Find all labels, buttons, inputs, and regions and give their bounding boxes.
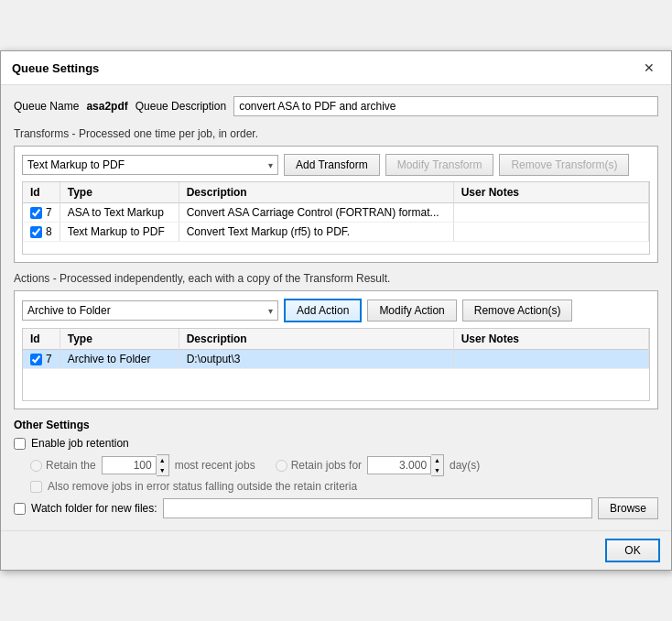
title-bar: Queue Settings ✕ xyxy=(1,51,671,85)
retention-options-row: Retain the ▲ ▼ most recent jobs Retain j… xyxy=(14,454,658,476)
transforms-col-notes: User Notes xyxy=(453,182,648,203)
dialog-footer: OK xyxy=(1,530,671,570)
transforms-section-label: Transforms - Processed one time per job,… xyxy=(14,127,658,140)
remove-action-button[interactable]: Remove Action(s) xyxy=(462,300,573,321)
add-action-button[interactable]: Add Action xyxy=(284,299,362,322)
transforms-dropdown-wrapper[interactable]: Text Markup to PDF xyxy=(22,155,278,175)
actions-type-cell: Archive to Folder xyxy=(60,350,179,369)
browse-button[interactable]: Browse xyxy=(598,497,658,519)
retain-the-label: Retain the xyxy=(46,459,96,472)
also-remove-label[interactable]: Also remove jobs in error status falling… xyxy=(48,480,357,493)
retain-jobs-for-radio-label[interactable]: Retain jobs for xyxy=(276,459,362,472)
also-remove-checkbox[interactable] xyxy=(30,481,42,493)
retain-the-spinner: ▲ ▼ xyxy=(102,454,169,476)
days-label: day(s) xyxy=(450,459,480,472)
transforms-notes-cell xyxy=(453,223,648,242)
retain-jobs-for-spinner-buttons: ▲ ▼ xyxy=(431,454,444,476)
transforms-table-container: Id Type Description User Notes 7 ASA to … xyxy=(22,181,650,255)
retain-the-radio[interactable] xyxy=(30,460,42,472)
retain-the-spinner-buttons: ▲ ▼ xyxy=(157,454,169,476)
actions-dropdown-wrapper[interactable]: Archive to Folder xyxy=(22,300,278,321)
queue-description-input[interactable] xyxy=(233,96,658,116)
actions-section-box: Archive to Folder Add Action Modify Acti… xyxy=(14,290,658,409)
actions-toolbar: Archive to Folder Add Action Modify Acti… xyxy=(22,299,650,322)
transforms-row-id: 7 xyxy=(46,206,52,219)
enable-retention-checkbox[interactable] xyxy=(14,438,26,450)
actions-section-label: Actions - Processed independently, each … xyxy=(14,272,658,285)
actions-section: Actions - Processed independently, each … xyxy=(14,272,658,409)
watch-folder-checkbox[interactable] xyxy=(14,503,26,515)
watch-folder-input[interactable] xyxy=(163,498,592,518)
ok-button[interactable]: OK xyxy=(605,539,660,562)
actions-col-notes: User Notes xyxy=(453,329,648,350)
transforms-type-cell: ASA to Text Markup xyxy=(60,203,179,223)
remove-transform-button[interactable]: Remove Transform(s) xyxy=(499,154,629,176)
other-settings-title: Other Settings xyxy=(14,419,658,431)
transforms-toolbar: Text Markup to PDF Add Transform Modify … xyxy=(22,154,650,176)
actions-row-checkbox[interactable] xyxy=(30,354,42,365)
actions-notes-cell xyxy=(453,350,648,369)
retain-the-radio-label[interactable]: Retain the xyxy=(30,459,96,472)
transforms-type-cell: Text Markup to PDF xyxy=(60,223,179,242)
queue-name-value: asa2pdf xyxy=(86,100,127,113)
transforms-col-desc: Description xyxy=(179,182,453,203)
actions-table: Id Type Description User Notes 7 Archive… xyxy=(23,329,649,369)
transforms-section-box: Text Markup to PDF Add Transform Modify … xyxy=(14,146,658,263)
table-row[interactable]: 8 Text Markup to PDF Convert Text Markup… xyxy=(23,223,649,242)
retain-the-up-button[interactable]: ▲ xyxy=(157,455,168,465)
transforms-row-id: 8 xyxy=(46,225,52,238)
most-recent-jobs-label: most recent jobs xyxy=(175,459,255,472)
actions-col-type: Type xyxy=(60,329,179,350)
watch-folder-row: Watch folder for new files: Browse xyxy=(14,497,658,519)
modify-action-button[interactable]: Modify Action xyxy=(367,300,456,321)
transforms-section: Transforms - Processed one time per job,… xyxy=(14,127,658,263)
table-row[interactable]: 7 Archive to Folder D:\output\3 xyxy=(23,350,649,369)
retain-the-down-button[interactable]: ▼ xyxy=(157,465,168,475)
queue-description-label: Queue Description xyxy=(135,100,226,113)
retain-jobs-for-input[interactable] xyxy=(367,456,431,474)
transforms-notes-cell xyxy=(453,203,648,223)
also-remove-row: Also remove jobs in error status falling… xyxy=(14,480,658,493)
transforms-desc-cell: Convert ASA Carriage Control (FORTRAN) f… xyxy=(179,203,453,223)
transforms-row-checkbox[interactable] xyxy=(30,226,42,238)
actions-desc-cell: D:\output\3 xyxy=(179,350,453,369)
retain-jobs-for-radio[interactable] xyxy=(276,460,287,472)
retain-jobs-for-label: Retain jobs for xyxy=(291,459,362,472)
modify-transform-button[interactable]: Modify Transform xyxy=(385,154,494,176)
transforms-row-checkbox[interactable] xyxy=(30,207,42,219)
add-transform-button[interactable]: Add Transform xyxy=(284,154,380,176)
transforms-dropdown[interactable]: Text Markup to PDF xyxy=(22,155,278,175)
queue-name-row: Queue Name asa2pdf Queue Description xyxy=(14,96,658,116)
queue-settings-dialog: Queue Settings ✕ Queue Name asa2pdf Queu… xyxy=(0,50,672,571)
other-settings-section: Other Settings Enable job retention Reta… xyxy=(14,419,658,519)
transforms-table: Id Type Description User Notes 7 ASA to … xyxy=(23,182,649,242)
actions-row-id: 7 xyxy=(46,353,52,365)
transforms-desc-cell: Convert Text Markup (rf5) to PDF. xyxy=(179,223,453,242)
actions-table-container: Id Type Description User Notes 7 Archive… xyxy=(22,328,650,401)
transforms-id-cell: 8 xyxy=(23,223,60,242)
dialog-title: Queue Settings xyxy=(12,61,99,75)
transforms-id-cell: 7 xyxy=(23,203,60,223)
table-row[interactable]: 7 ASA to Text Markup Convert ASA Carriag… xyxy=(23,203,649,223)
watch-folder-label[interactable]: Watch folder for new files: xyxy=(31,502,157,515)
retain-the-input[interactable] xyxy=(102,456,157,474)
queue-name-label: Queue Name xyxy=(14,100,79,113)
actions-dropdown[interactable]: Archive to Folder xyxy=(22,300,278,321)
retain-jobs-for-spinner: ▲ ▼ xyxy=(367,454,444,476)
transforms-col-type: Type xyxy=(60,182,179,203)
retain-jobs-for-down-button[interactable]: ▼ xyxy=(431,465,443,475)
close-button[interactable]: ✕ xyxy=(638,59,660,77)
enable-retention-row: Enable job retention xyxy=(14,437,658,450)
actions-id-cell: 7 xyxy=(23,350,60,369)
actions-col-desc: Description xyxy=(179,329,453,350)
enable-retention-label[interactable]: Enable job retention xyxy=(31,437,129,450)
actions-col-id: Id xyxy=(23,329,60,350)
retain-jobs-for-up-button[interactable]: ▲ xyxy=(431,455,443,465)
transforms-col-id: Id xyxy=(23,182,60,203)
